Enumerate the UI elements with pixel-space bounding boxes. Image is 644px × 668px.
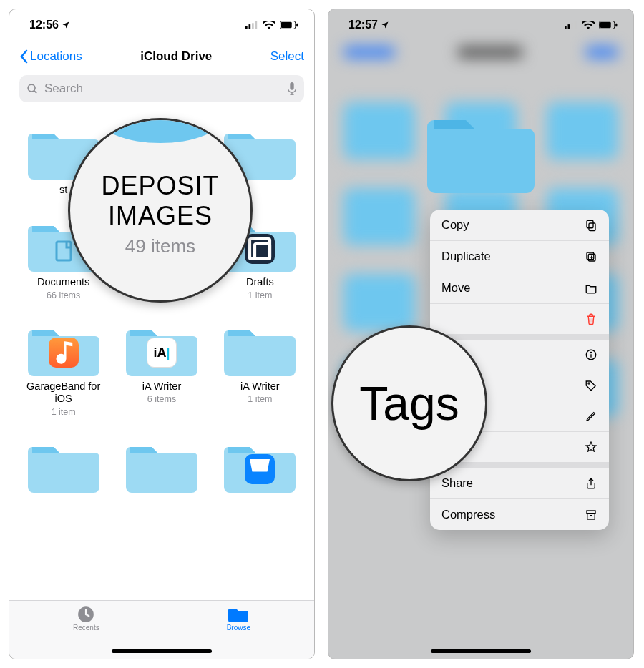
svg-point-7 <box>28 84 35 92</box>
battery-icon <box>280 21 298 29</box>
callout-text: Tags <box>359 376 459 431</box>
trash-icon <box>585 313 597 325</box>
search-bar[interactable] <box>19 75 304 102</box>
folder-name: Drafts <box>246 276 274 288</box>
menu-duplicate[interactable]: Duplicate <box>430 241 609 272</box>
folder-sub: 1 item <box>248 290 272 300</box>
duplicate-icon <box>585 250 597 263</box>
menu-separator <box>430 335 609 340</box>
menu-compress[interactable]: Compress <box>430 499 609 530</box>
svg-line-8 <box>34 90 37 93</box>
folder-sub: 1 item <box>52 407 76 417</box>
wifi-icon <box>582 21 595 29</box>
menu-share[interactable]: Share <box>430 468 609 499</box>
folder-sub: 1 item <box>248 394 272 404</box>
search-input[interactable] <box>43 81 287 97</box>
folder-iawriter-1[interactable]: iA| iA Writer 6 items <box>116 320 207 417</box>
pencil-icon <box>585 410 597 423</box>
svg-rect-9 <box>290 82 293 90</box>
folder-item[interactable] <box>18 437 109 493</box>
share-icon <box>585 477 597 490</box>
star-icon <box>585 441 597 453</box>
folder-item[interactable] <box>116 437 207 493</box>
folder-name: Documents <box>37 276 89 288</box>
nav-bar: Locations iCloud Drive Select <box>9 41 314 72</box>
cellular-icon <box>565 21 577 29</box>
svg-rect-5 <box>281 22 292 28</box>
callout-deposit: DEPOSIT IMAGES 49 items <box>68 118 253 303</box>
tag-icon <box>585 379 597 392</box>
menu-label: Share <box>441 476 473 490</box>
folder-name: GarageBand for iOS <box>18 380 109 406</box>
home-indicator[interactable] <box>431 649 531 653</box>
select-button[interactable]: Select <box>270 49 304 64</box>
folder-name: st <box>59 184 67 196</box>
copy-icon <box>585 219 597 232</box>
svg-rect-15 <box>565 26 567 29</box>
menu-label: Move <box>441 281 470 295</box>
menu-copy[interactable]: Copy <box>430 210 609 241</box>
svg-rect-20 <box>600 22 611 28</box>
svg-rect-18 <box>575 21 577 29</box>
callout-sub: 49 items <box>125 235 195 257</box>
nav-title: iCloud Drive <box>140 49 212 64</box>
folder-garageband[interactable]: GarageBand for iOS 1 item <box>18 320 109 417</box>
svg-rect-6 <box>296 24 298 27</box>
svg-rect-22 <box>589 223 595 231</box>
callout-line2: IMAGES <box>108 201 213 231</box>
menu-label: Compress <box>441 508 495 521</box>
folder-iawriter-2[interactable]: iA Writer 1 item <box>215 320 306 417</box>
battery-icon <box>599 21 618 29</box>
menu-delete[interactable] <box>430 304 609 335</box>
menu-move[interactable]: Move <box>430 272 609 304</box>
svg-rect-13 <box>255 244 270 259</box>
wifi-icon <box>263 21 275 29</box>
tab-browse[interactable]: Browse <box>227 605 250 659</box>
folder-name: iA Writer <box>142 380 182 393</box>
folder-name: iA Writer <box>240 380 280 393</box>
phone-right: 12:57 Copy Duplicate Move <box>328 9 634 659</box>
status-bar: 12:57 <box>328 9 633 41</box>
svg-rect-1 <box>249 24 251 29</box>
folder-icon <box>585 282 597 295</box>
svg-rect-21 <box>615 24 617 27</box>
archive-icon <box>585 509 597 521</box>
status-icons <box>245 21 298 29</box>
tab-label: Browse <box>227 624 250 632</box>
svg-rect-16 <box>568 24 570 29</box>
home-indicator[interactable] <box>112 649 212 653</box>
callout-line1: DEPOSIT <box>101 171 219 201</box>
svg-rect-17 <box>571 23 573 29</box>
location-icon <box>381 21 389 29</box>
tab-label: Recents <box>73 624 99 632</box>
status-icons <box>565 21 618 29</box>
svg-rect-0 <box>245 26 248 29</box>
svg-point-29 <box>588 383 590 384</box>
menu-label: Copy <box>441 218 469 232</box>
folder-icon <box>228 605 248 624</box>
tab-recents[interactable]: Recents <box>73 605 99 659</box>
callout-tags: Tags <box>331 325 487 481</box>
search-icon <box>26 83 39 95</box>
folder-sub: 6 items <box>147 394 176 404</box>
status-time: 12:57 <box>348 19 378 31</box>
svg-rect-12 <box>250 239 270 259</box>
svg-rect-31 <box>587 513 595 519</box>
info-icon <box>585 348 597 361</box>
back-button[interactable]: Locations <box>19 49 82 64</box>
menu-label: Duplicate <box>441 250 491 263</box>
folder-sub: 66 items <box>47 290 80 300</box>
location-icon <box>62 21 70 29</box>
svg-rect-2 <box>252 23 254 29</box>
svg-rect-3 <box>255 21 258 29</box>
context-folder-preview[interactable] <box>427 109 535 194</box>
svg-point-28 <box>590 352 591 353</box>
mic-icon[interactable] <box>287 82 297 95</box>
clock-icon <box>77 605 95 624</box>
folder-keynote[interactable] <box>215 437 306 493</box>
chevron-left-icon <box>19 49 28 64</box>
cellular-icon <box>245 21 258 29</box>
back-label: Locations <box>30 49 82 64</box>
phone-left: 12:56 Locations iCloud Drive Select st <box>9 9 315 659</box>
svg-rect-25 <box>587 252 594 260</box>
